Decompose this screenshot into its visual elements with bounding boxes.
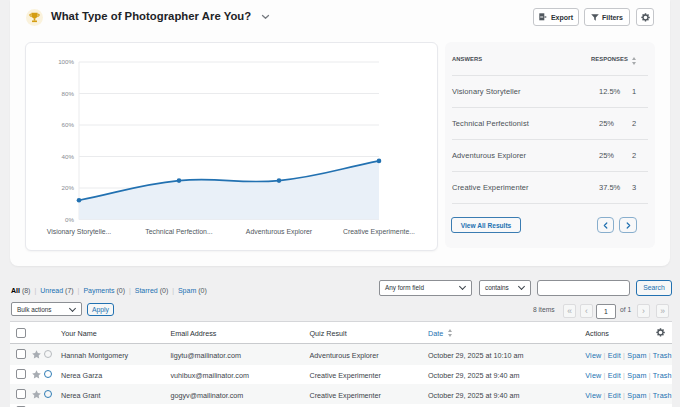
svg-text:20%: 20% xyxy=(62,184,75,191)
svg-text:Visionary Storytelle...: Visionary Storytelle... xyxy=(47,228,112,236)
svg-text:Adventurous Explorer: Adventurous Explorer xyxy=(246,228,313,236)
svg-text:60%: 60% xyxy=(62,121,75,128)
svg-text:40%: 40% xyxy=(62,153,75,160)
svg-text:0%: 0% xyxy=(65,216,74,223)
svg-text:Creative Experimente...: Creative Experimente... xyxy=(343,228,415,236)
svg-text:80%: 80% xyxy=(62,90,75,97)
svg-text:Technical Perfection...: Technical Perfection... xyxy=(145,228,212,235)
svg-text:100%: 100% xyxy=(58,58,74,65)
